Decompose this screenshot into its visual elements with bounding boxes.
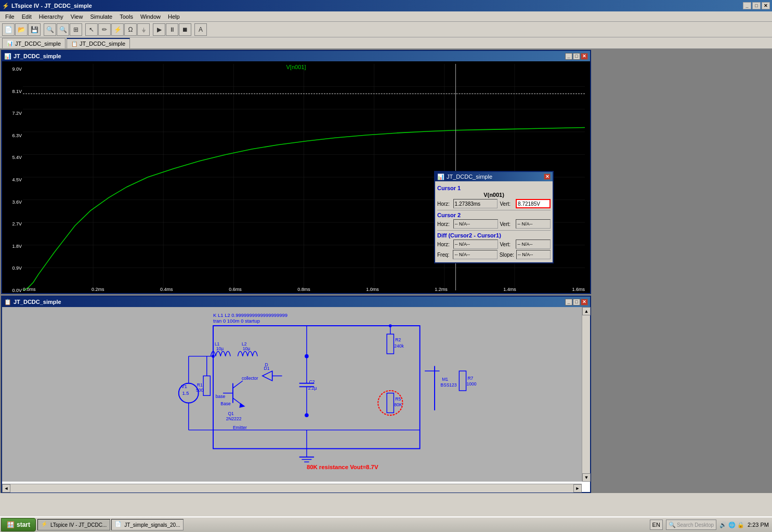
- scroll-right-btn[interactable]: ►: [573, 484, 582, 493]
- menu-view[interactable]: View: [68, 13, 86, 20]
- menu-tools[interactable]: Tools: [116, 13, 136, 20]
- diff-vert-value[interactable]: -- N/A--: [516, 240, 551, 249]
- scroll-track-v[interactable]: [582, 315, 590, 473]
- taskbar: 🪟 start ⚡ LTspice IV - JT_DCDC... 📄 JT_s…: [0, 516, 772, 532]
- waveform-maximize[interactable]: □: [573, 53, 580, 60]
- scroll-track-h[interactable]: [10, 484, 573, 493]
- y-label-8: 7.2V: [3, 111, 22, 116]
- schematic-scrollbar-h[interactable]: ◄ ►: [2, 484, 582, 492]
- zoom-in-tool[interactable]: 🔍: [44, 23, 56, 36]
- cursor2-horz-value[interactable]: -- N/A--: [453, 219, 498, 229]
- scroll-down-btn[interactable]: ▼: [582, 473, 591, 482]
- open-tool[interactable]: 📂: [15, 23, 28, 36]
- x-label-4: 0.8ms: [297, 287, 310, 292]
- schematic-close[interactable]: ✕: [581, 299, 588, 305]
- schematic-window: 📋 JT_DCDC_simple _ □ ✕ K L1 L2 0.9999999…: [1, 296, 591, 493]
- diff-label: Diff (Cursor2 - Cursor1): [437, 232, 551, 238]
- signal-label: V[n001]: [2, 64, 590, 70]
- svg-text:500: 500: [196, 388, 203, 393]
- scroll-left-btn[interactable]: ◄: [2, 484, 10, 493]
- save-tool[interactable]: 💾: [28, 23, 41, 36]
- svg-text:L1: L1: [215, 341, 220, 347]
- tab-schematic-label: JT_DCDC_simple: [80, 41, 125, 47]
- schematic-maximize[interactable]: □: [573, 299, 580, 305]
- menu-window[interactable]: Window: [137, 13, 164, 20]
- schematic-scrollbar-v[interactable]: ▲ ▼: [582, 307, 590, 482]
- wire-tool[interactable]: ✏: [98, 23, 111, 36]
- run-tool[interactable]: ▶: [153, 23, 165, 36]
- x-axis: 0.0ms 0.2ms 0.4ms 0.6ms 0.8ms 1.0ms 1.2m…: [23, 287, 585, 292]
- start-label: start: [17, 521, 30, 528]
- taskbar-ltspice-icon: ⚡: [41, 521, 48, 528]
- text-tool[interactable]: A: [194, 23, 207, 36]
- cursor-dialog-icon: 📊: [437, 174, 444, 180]
- svg-text:BSS123: BSS123: [440, 382, 456, 388]
- x-label-2: 0.4ms: [160, 287, 173, 292]
- svg-point-82: [212, 355, 215, 358]
- waveform-window-icon: 📊: [4, 53, 11, 60]
- ground-tool[interactable]: ⏚: [137, 23, 150, 36]
- component-tool[interactable]: ⚡: [111, 23, 124, 36]
- maximize-button[interactable]: □: [752, 2, 761, 9]
- svg-text:240k: 240k: [394, 343, 404, 349]
- cursor1-horz-value[interactable]: 1.27383ms: [453, 199, 498, 208]
- y-label-7: 6.3V: [3, 133, 22, 138]
- taskbar-app-ltspice[interactable]: ⚡ LTspice IV - JT_DCDC...: [37, 519, 110, 530]
- y-label-3: 2.7V: [3, 221, 22, 227]
- menu-edit[interactable]: Edit: [19, 13, 35, 20]
- zoom-out-tool[interactable]: 🔍: [57, 23, 69, 36]
- tab-waveform[interactable]: 📊 JT_DCDC_simple: [2, 38, 66, 48]
- taskbar-app-signals[interactable]: 📄 JT_simple_signals_20...: [111, 519, 184, 530]
- sys-icon-1: 🔊: [719, 522, 727, 528]
- search-box[interactable]: 🔍 Search Desktop: [666, 520, 716, 530]
- svg-text:V1: V1: [181, 383, 188, 389]
- start-button[interactable]: 🪟 start: [1, 518, 36, 531]
- scroll-up-btn[interactable]: ▲: [582, 307, 591, 315]
- diff-freq-value[interactable]: -- N/A--: [453, 250, 497, 259]
- stop-tool[interactable]: ⏹: [179, 23, 191, 36]
- svg-text:1000: 1000: [467, 381, 477, 387]
- cursor-dialog: 📊 JT_DCDC_simple ✕ Cursor 1 V(n001) Horz…: [434, 171, 554, 263]
- diff-slope-value[interactable]: -- N/A--: [516, 250, 551, 259]
- svg-text:collector: collector: [242, 376, 258, 381]
- waveform-tab-icon: 📊: [7, 41, 13, 46]
- menu-file[interactable]: File: [2, 13, 18, 20]
- schematic-minimize[interactable]: _: [565, 299, 572, 305]
- tab-waveform-label: JT_DCDC_simple: [15, 41, 61, 47]
- new-tool[interactable]: 📄: [2, 23, 15, 36]
- schematic-tab-icon: 📋: [71, 41, 77, 47]
- cursor1-vert-value[interactable]: 8.72185V: [516, 199, 551, 208]
- svg-text:1.5: 1.5: [182, 390, 189, 396]
- schematic-window-icon: 📋: [4, 299, 11, 305]
- schematic-content[interactable]: K L1 L2 0.9999999999999999999 tran 0 100…: [2, 307, 582, 482]
- x-label-7: 1.4ms: [503, 287, 516, 292]
- schematic-svg: K L1 L2 0.9999999999999999999 tran 0 100…: [2, 307, 582, 482]
- zoom-fit-tool[interactable]: ⊞: [70, 23, 82, 36]
- waveform-minimize[interactable]: _: [565, 53, 572, 60]
- cursor2-horz-label: Horz:: [437, 221, 451, 227]
- toolbar: 📄 📂 💾 🔍 🔍 ⊞ ↖ ✏ ⚡ Ω ⏚ ▶ ⏸ ⏹ A: [0, 22, 772, 37]
- diff-freq-row: Freq: -- N/A-- Slope: -- N/A--: [437, 250, 551, 259]
- cursor-dialog-title: 📊 JT_DCDC_simple ✕: [435, 172, 553, 181]
- waveform-close[interactable]: ✕: [581, 53, 588, 60]
- diff-horz-value[interactable]: -- N/A--: [453, 240, 498, 249]
- menu-hierarchy[interactable]: Hierarchy: [36, 13, 67, 20]
- menu-help[interactable]: Help: [165, 13, 183, 20]
- tab-schematic[interactable]: 📋 JT_DCDC_simple: [67, 38, 130, 48]
- cursor2-vert-value[interactable]: -- N/A--: [516, 219, 551, 229]
- svg-text:M1: M1: [442, 377, 448, 382]
- cursor-dialog-close[interactable]: ✕: [544, 174, 551, 180]
- resistor-tool[interactable]: Ω: [124, 23, 137, 36]
- menu-simulate[interactable]: Simulate: [87, 13, 115, 20]
- svg-text:R7: R7: [467, 376, 473, 381]
- lang-text: EN: [652, 522, 660, 528]
- svg-text:2.2µ: 2.2µ: [308, 385, 317, 391]
- pause-tool[interactable]: ⏸: [166, 23, 178, 36]
- svg-text:Emitter: Emitter: [233, 425, 247, 430]
- svg-text:L2: L2: [242, 341, 247, 347]
- svg-text:Base: Base: [220, 401, 231, 406]
- select-tool[interactable]: ↖: [85, 23, 98, 36]
- minimize-button[interactable]: _: [743, 2, 751, 9]
- close-button[interactable]: ✕: [762, 2, 770, 9]
- y-label-1: 0.9V: [3, 265, 22, 271]
